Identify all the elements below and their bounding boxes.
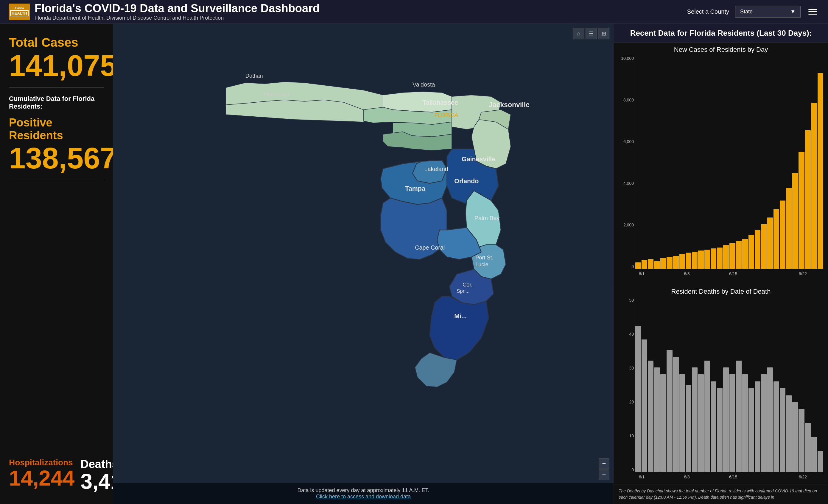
menu-button[interactable]	[806, 7, 819, 16]
coral-springs-label: Cor.	[462, 282, 472, 288]
lakeland-label: Lakeland	[424, 166, 448, 172]
grid-icon[interactable]: ⊞	[598, 28, 609, 39]
death-bar	[755, 381, 760, 472]
zoom-in-button[interactable]: +	[599, 458, 609, 469]
header-left: Florida HEALTH Florida's COVID-19 Data a…	[9, 2, 320, 21]
dothan-label: Dothan	[245, 73, 263, 79]
death-bar	[736, 361, 742, 472]
case-bar	[742, 239, 748, 269]
map-area[interactable]: ⌂ ☰ ⊞	[113, 24, 614, 504]
case-bar	[686, 253, 691, 269]
case-bar	[673, 256, 679, 269]
download-data-link[interactable]: Click here to access and download data	[117, 494, 609, 500]
death-bar	[648, 361, 654, 472]
case-bar	[774, 209, 779, 269]
cases-chart-section: New Cases of Residents by Day 10,000 8,0…	[614, 43, 828, 281]
death-bar	[660, 374, 666, 472]
county-select-label: Select a County	[687, 8, 729, 15]
case-bar	[667, 257, 672, 269]
map-toolbar: ⌂ ☰ ⊞	[572, 27, 611, 41]
florida-label: FLORIDA	[434, 112, 458, 118]
case-bar	[767, 218, 773, 269]
case-bar	[692, 252, 698, 269]
death-bar	[711, 381, 716, 472]
death-bar	[805, 423, 811, 472]
case-bar	[792, 173, 798, 269]
death-bar	[748, 388, 754, 472]
deaths-chart-section: Resident Deaths by Date of Death 50 40 3…	[614, 285, 828, 484]
florida-map: Jacksonville Tallahassee FLORIDA Gainesv…	[113, 24, 614, 466]
death-bar	[704, 361, 710, 472]
main-content: Total Cases 141,075 Cumulative Data for …	[0, 24, 828, 504]
death-bar	[818, 451, 823, 472]
divider-2	[9, 180, 104, 180]
zoom-out-button[interactable]: −	[599, 469, 609, 480]
right-panel-footer: The Deaths by Day chart shows the total …	[614, 484, 828, 504]
chart-divider	[614, 283, 828, 283]
header-title-block: Florida's COVID-19 Data and Surveillance…	[35, 2, 320, 21]
total-cases-section: Total Cases 141,075	[9, 36, 104, 80]
florida-health-logo: Florida HEALTH	[9, 4, 30, 20]
port-st-lucie2-label: Lucie	[475, 262, 488, 268]
case-bar	[748, 235, 754, 269]
port-st-lucie-label: Port St.	[475, 255, 493, 261]
cases-chart-title: New Cases of Residents by Day	[619, 46, 823, 53]
death-bar	[786, 396, 792, 472]
case-bar	[780, 200, 785, 269]
case-bar	[635, 263, 641, 269]
bottom-stats: Hospitalizations 14,244 Deaths 3,419	[9, 458, 104, 492]
case-bar	[654, 261, 660, 269]
death-bar	[811, 437, 817, 472]
palm-bay-label: Palm Bay	[474, 215, 500, 221]
case-bar	[717, 247, 722, 269]
header: Florida HEALTH Florida's COVID-19 Data a…	[0, 0, 828, 24]
page-title: Florida's COVID-19 Data and Surveillance…	[35, 2, 320, 15]
case-bar	[761, 224, 767, 269]
death-bar	[667, 350, 672, 472]
death-bar	[774, 381, 779, 472]
case-bar	[818, 73, 823, 269]
county-dropdown[interactable]: State ▼	[735, 6, 800, 17]
cases-y-axis: 10,000 8,000 6,000 4,000 2,000 0	[619, 56, 635, 269]
header-right: Select a County State ▼	[687, 6, 819, 17]
map-bottom-info: Data is updated every day at approximate…	[113, 483, 614, 504]
right-panel-header: Recent Data for Florida Residents (Last …	[614, 24, 828, 43]
case-bar	[755, 230, 760, 269]
page-subtitle: Florida Department of Health, Division o…	[35, 15, 320, 21]
valdosta-label: Valdosta	[413, 81, 435, 88]
deaths-x-axis: 6/1 6/8 6/15 6/22	[635, 473, 823, 481]
pensacola-label: Pensacola	[264, 92, 290, 98]
case-bar	[798, 152, 804, 269]
deaths-chart-container: 50 40 30 20 10 0 6/1 6/8 6/15 6/22	[619, 298, 823, 481]
death-bar	[730, 374, 735, 472]
case-bar	[786, 188, 792, 269]
home-icon[interactable]: ⌂	[573, 28, 584, 39]
positive-residents-section: Positive Residents 138,567	[9, 116, 104, 173]
death-bar	[692, 367, 698, 472]
map-zoom-controls: + −	[599, 458, 609, 480]
case-bar	[679, 254, 685, 269]
death-bar	[761, 374, 767, 472]
case-bar	[660, 258, 666, 269]
tallahassee-label: Tallahassee	[422, 99, 458, 106]
jacksonville-label: Jacksonville	[489, 101, 530, 108]
case-bar	[723, 245, 729, 269]
deaths-bars	[635, 298, 823, 472]
total-cases-label: Total Cases	[9, 36, 104, 49]
death-bar	[698, 374, 704, 472]
case-bar	[736, 241, 742, 269]
cases-bars	[635, 56, 823, 269]
right-panel: Recent Data for Florida Residents (Last …	[614, 24, 828, 504]
case-bar	[704, 249, 710, 269]
cape-coral-label: Cape Coral	[415, 244, 445, 251]
death-bar	[686, 385, 691, 472]
case-bar	[730, 243, 735, 269]
case-bar	[641, 260, 647, 269]
death-bar	[654, 367, 660, 472]
death-bar	[641, 339, 647, 472]
cases-x-axis: 6/1 6/8 6/15 6/22	[635, 270, 823, 278]
orlando-label: Orlando	[454, 178, 479, 185]
death-bar	[673, 357, 679, 472]
death-bar	[723, 367, 729, 472]
list-icon[interactable]: ☰	[586, 28, 597, 39]
